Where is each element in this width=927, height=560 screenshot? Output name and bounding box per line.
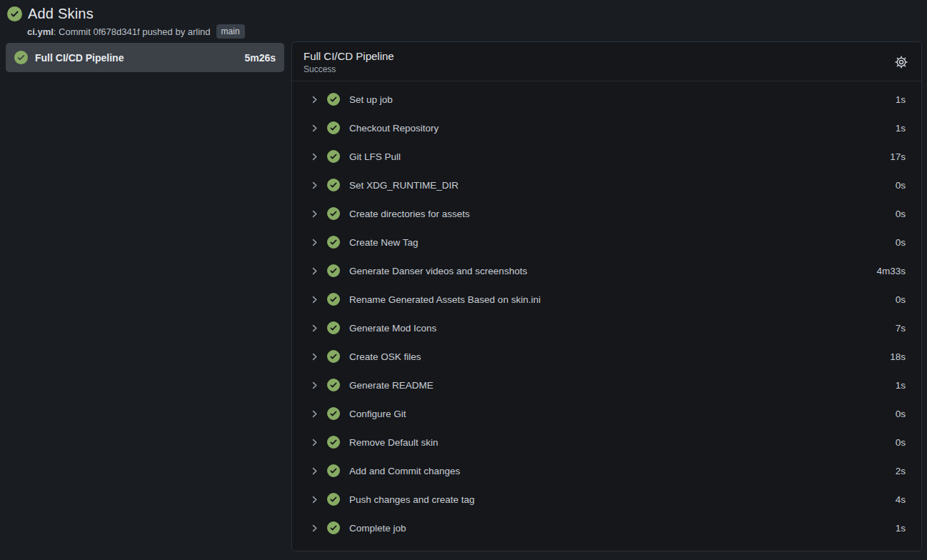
run-title: Add Skins bbox=[28, 6, 94, 22]
step-name: Add and Commit changes bbox=[349, 466, 460, 476]
step-status-check-circle-icon bbox=[327, 350, 340, 363]
step-duration: 1s bbox=[896, 94, 906, 105]
step-status-check-circle-icon bbox=[327, 321, 340, 334]
step-duration: 1s bbox=[896, 123, 906, 134]
chevron-right-icon[interactable] bbox=[309, 380, 320, 391]
run-status-check-circle-icon bbox=[7, 6, 22, 21]
job-status-check-circle-icon bbox=[14, 51, 28, 64]
chevron-right-icon[interactable] bbox=[309, 466, 320, 476]
step-status-check-circle-icon bbox=[327, 521, 340, 534]
job-panel-header: Full CI/CD Pipeline Success bbox=[292, 42, 921, 81]
step-status-check-circle-icon bbox=[327, 464, 340, 477]
step-name: Configure Git bbox=[349, 409, 406, 419]
step-duration: 4s bbox=[896, 494, 906, 505]
chevron-right-icon[interactable] bbox=[309, 494, 320, 505]
step-name: Create directories for assets bbox=[349, 209, 470, 219]
chevron-right-icon[interactable] bbox=[309, 237, 320, 248]
step-duration: 1s bbox=[896, 523, 906, 534]
step-name: Generate README bbox=[349, 380, 434, 391]
step-status-check-circle-icon bbox=[327, 293, 340, 306]
step-row[interactable]: Create OSK files 18s bbox=[292, 342, 921, 371]
step-row[interactable]: Checkout Repository 1s bbox=[292, 114, 921, 142]
gear-icon[interactable] bbox=[893, 54, 910, 71]
step-row[interactable]: Complete job 1s bbox=[292, 514, 921, 542]
step-status-check-circle-icon bbox=[327, 207, 340, 220]
chevron-right-icon[interactable] bbox=[309, 323, 320, 334]
step-duration: 0s bbox=[896, 294, 906, 305]
step-row[interactable]: Set XDG_RUNTIME_DIR 0s bbox=[292, 171, 921, 199]
branch-badge[interactable]: main bbox=[216, 24, 245, 39]
chevron-right-icon[interactable] bbox=[309, 266, 320, 276]
step-name: Git LFS Pull bbox=[349, 151, 401, 162]
step-row[interactable]: Create New Tag 0s bbox=[292, 228, 921, 256]
chevron-right-icon[interactable] bbox=[309, 94, 320, 105]
step-duration: 4m33s bbox=[876, 266, 906, 276]
step-name: Remove Default skin bbox=[349, 437, 439, 448]
workflow-file-link[interactable]: ci.yml bbox=[27, 26, 54, 37]
step-name: Create New Tag bbox=[349, 237, 419, 248]
step-name: Set XDG_RUNTIME_DIR bbox=[349, 180, 459, 191]
step-row[interactable]: Generate Mod Icons 7s bbox=[292, 314, 921, 342]
chevron-right-icon[interactable] bbox=[309, 151, 320, 162]
step-duration: 0s bbox=[896, 437, 906, 448]
job-panel-heading: Full CI/CD Pipeline Success bbox=[304, 50, 394, 74]
chevron-right-icon[interactable] bbox=[309, 294, 320, 305]
step-duration: 0s bbox=[896, 209, 906, 219]
chevron-right-icon[interactable] bbox=[309, 209, 320, 219]
chevron-right-icon[interactable] bbox=[309, 523, 320, 534]
step-status-check-circle-icon bbox=[327, 379, 340, 391]
step-duration: 17s bbox=[890, 151, 906, 162]
step-row[interactable]: Add and Commit changes 2s bbox=[292, 456, 921, 485]
step-row[interactable]: Set up job 1s bbox=[292, 85, 921, 114]
run-header: Add Skins ci.yml: Commit 0f678d341f push… bbox=[0, 0, 927, 40]
chevron-right-icon[interactable] bbox=[309, 123, 320, 134]
step-list: Set up job 1s Checkout Repository 1s Git… bbox=[292, 81, 921, 551]
step-name: Complete job bbox=[349, 523, 406, 534]
step-status-check-circle-icon bbox=[327, 264, 340, 277]
step-row[interactable]: Remove Default skin 0s bbox=[292, 428, 921, 456]
step-row[interactable]: Create directories for assets 0s bbox=[292, 199, 921, 228]
step-status-check-circle-icon bbox=[327, 121, 340, 134]
chevron-right-icon[interactable] bbox=[309, 437, 320, 448]
step-status-check-circle-icon bbox=[327, 150, 340, 163]
chevron-right-icon[interactable] bbox=[309, 351, 320, 362]
step-duration: 7s bbox=[896, 323, 906, 334]
chevron-right-icon[interactable] bbox=[309, 180, 320, 191]
step-duration: 0s bbox=[896, 237, 906, 248]
chevron-right-icon[interactable] bbox=[309, 409, 320, 419]
job-list-item-selected[interactable]: Full CI/CD Pipeline 5m26s bbox=[6, 43, 284, 72]
step-status-check-circle-icon bbox=[327, 493, 340, 506]
step-row[interactable]: Configure Git 0s bbox=[292, 399, 921, 428]
step-row[interactable]: Push changes and create tag 4s bbox=[292, 485, 921, 514]
step-row[interactable]: Generate Danser videos and screenshots 4… bbox=[292, 256, 921, 285]
step-status-check-circle-icon bbox=[327, 236, 340, 249]
step-status-check-circle-icon bbox=[327, 436, 340, 449]
job-list: Full CI/CD Pipeline 5m26s bbox=[6, 43, 284, 72]
step-name: Create OSK files bbox=[349, 351, 421, 362]
step-status-check-circle-icon bbox=[327, 93, 340, 106]
step-status-check-circle-icon bbox=[327, 407, 340, 420]
step-row[interactable]: Generate README 1s bbox=[292, 371, 921, 399]
step-name: Checkout Repository bbox=[349, 123, 439, 134]
step-duration: 0s bbox=[896, 180, 906, 191]
job-panel-title: Full CI/CD Pipeline bbox=[304, 50, 394, 62]
step-status-check-circle-icon bbox=[327, 179, 340, 191]
step-duration: 2s bbox=[896, 466, 906, 476]
job-status-text: Success bbox=[304, 64, 394, 74]
step-name: Generate Danser videos and screenshots bbox=[349, 266, 527, 276]
job-detail-panel: Full CI/CD Pipeline Success Set up job 1… bbox=[291, 41, 922, 551]
step-name: Set up job bbox=[349, 94, 393, 105]
job-duration: 5m26s bbox=[244, 52, 276, 64]
step-duration: 18s bbox=[890, 351, 906, 362]
step-duration: 0s bbox=[896, 409, 906, 419]
step-name: Push changes and create tag bbox=[349, 494, 475, 505]
step-name: Rename Generated Assets Based on skin.in… bbox=[349, 294, 541, 305]
job-name: Full CI/CD Pipeline bbox=[35, 52, 124, 64]
step-name: Generate Mod Icons bbox=[349, 323, 436, 334]
step-duration: 1s bbox=[896, 380, 906, 391]
step-row[interactable]: Git LFS Pull 17s bbox=[292, 142, 921, 171]
commit-text: : Commit 0f678d341f pushed by arlind bbox=[54, 26, 211, 37]
run-subtitle: ci.yml: Commit 0f678d341f pushed by arli… bbox=[27, 24, 927, 39]
step-row[interactable]: Rename Generated Assets Based on skin.in… bbox=[292, 285, 921, 314]
